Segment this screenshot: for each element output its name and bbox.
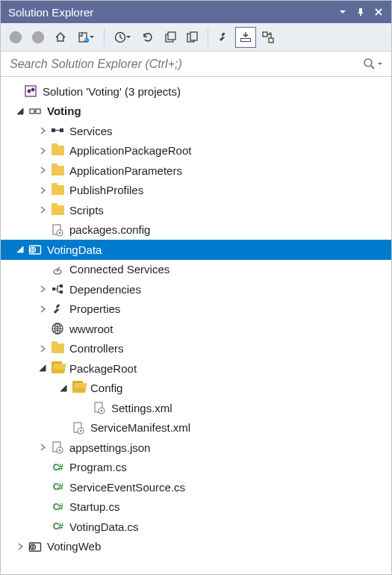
tree-item-controllers[interactable]: Controllers [1,339,391,359]
svg-rect-26 [60,290,63,293]
tree-item-scripts[interactable]: Scripts [1,200,391,220]
svg-rect-10 [241,39,250,41]
csharp-file-icon: C# [50,500,65,515]
preview-selected-button[interactable] [235,27,256,48]
wrench-icon [50,302,65,317]
properties-button[interactable] [213,27,234,48]
item-label: Connected Services [69,263,169,276]
item-label: Startup.cs [69,500,120,513]
pin-button[interactable] [352,4,369,20]
expand-toggle[interactable] [37,303,49,315]
item-label: ServiceManifest.xml [90,421,190,434]
home-button[interactable] [50,27,71,48]
svg-rect-18 [60,128,63,132]
item-label: appsettings.json [69,441,150,454]
svg-rect-12 [269,38,273,43]
item-label: wwwroot [69,323,113,335]
tree-item-wwwroot[interactable]: wwwroot [1,319,391,339]
tree-item-app-parameters[interactable]: ApplicationParameters [1,161,391,181]
expand-toggle[interactable] [37,204,49,216]
pending-changes-button[interactable] [109,27,136,48]
toolbar [1,23,391,52]
tree-item-votingdata-cs[interactable]: C# VotingData.cs [1,517,391,537]
tree-item-packageroot[interactable]: PackageRoot [1,358,391,379]
tree-item-connected-services[interactable]: Connected Services [1,260,391,280]
connected-services-icon [50,262,65,277]
item-label: ApplicationParameters [69,164,182,177]
expand-toggle[interactable] [37,441,49,453]
show-all-files-button[interactable] [182,27,203,48]
config-file-icon [50,223,65,237]
tree-item-settings-xml[interactable]: Settings.xml [1,398,391,418]
dependencies-icon [50,282,65,296]
sync-active-document-button[interactable] [72,27,99,48]
svg-rect-8 [190,32,197,40]
tree-item-appsettings[interactable]: appsettings.json [1,438,391,458]
project-votingweb[interactable]: VotingWeb [1,537,391,557]
folder-open-icon [50,361,65,376]
expand-toggle[interactable] [37,343,49,355]
service-fabric-project-icon [28,104,43,119]
expand-toggle[interactable] [37,145,49,157]
expand-toggle[interactable] [14,243,26,255]
expand-toggle[interactable] [37,164,49,176]
solution-label: Solution 'Voting' (3 projects) [43,85,181,98]
tree-item-startup-cs[interactable]: C# Startup.cs [1,497,391,518]
tree-item-properties[interactable]: Properties [1,299,391,320]
project-votingdata[interactable]: VotingData [1,240,391,260]
item-label: packages.config [69,223,150,236]
close-button[interactable] [370,4,387,20]
refresh-button[interactable] [137,27,158,48]
item-label: Properties [69,302,120,315]
blank-twisty [37,481,49,493]
view-class-diagram-button[interactable] [258,27,279,48]
nav-forward-button[interactable] [28,27,49,48]
csharp-file-icon: C# [50,519,65,534]
expand-toggle[interactable] [14,541,26,553]
toolbar-separator [104,28,105,46]
tree-item-publish-profiles[interactable]: PublishProfiles [1,181,391,201]
csharp-file-icon: C# [50,460,65,475]
svg-rect-6 [168,32,175,40]
blank-twisty [37,520,49,532]
project-label: VotingData [47,243,102,256]
tree-item-program-cs[interactable]: C# Program.cs [1,458,391,478]
folder-icon [50,183,65,198]
item-label: Dependencies [69,283,141,296]
window-menu-button[interactable] [335,4,351,20]
tree-item-app-package-root[interactable]: ApplicationPackageRoot [1,141,391,161]
tree-item-services[interactable]: Services [1,121,391,141]
collapse-all-button[interactable] [160,27,181,48]
solution-node[interactable]: Solution 'Voting' (3 projects) [1,81,391,102]
panel-title: Solution Explorer [8,6,335,19]
folder-open-icon [71,381,86,396]
item-label: Program.cs [69,461,127,473]
expand-toggle[interactable] [37,184,49,196]
item-label: PackageRoot [69,362,137,375]
nav-back-button[interactable] [5,27,26,48]
folder-icon [50,202,65,217]
expand-toggle[interactable] [57,382,69,394]
tree-item-packages-config[interactable]: packages.config [1,220,391,240]
blank-twisty [57,422,69,434]
blank-twisty [37,323,49,335]
tree-item-service-manifest[interactable]: ServiceManifest.xml [1,418,391,438]
services-icon [50,123,65,138]
expand-toggle[interactable] [14,105,26,117]
expand-toggle[interactable] [37,125,49,137]
blank-twisty [78,402,90,414]
item-label: Settings.xml [111,402,172,414]
tree-item-config[interactable]: Config [1,379,391,399]
search-button[interactable] [363,58,384,71]
search-input[interactable] [8,57,363,72]
tree-item-dependencies[interactable]: Dependencies [1,279,391,299]
project-voting[interactable]: Voting [1,102,391,122]
svg-point-21 [59,231,61,234]
blank-twisty [37,461,49,473]
svg-rect-15 [30,109,34,114]
tree-item-serviceeventsource-cs[interactable]: C# ServiceEventSource.cs [1,477,391,497]
expand-toggle[interactable] [37,283,49,295]
xml-file-icon [71,420,86,435]
expand-toggle[interactable] [37,362,49,374]
item-label: Config [90,382,122,394]
